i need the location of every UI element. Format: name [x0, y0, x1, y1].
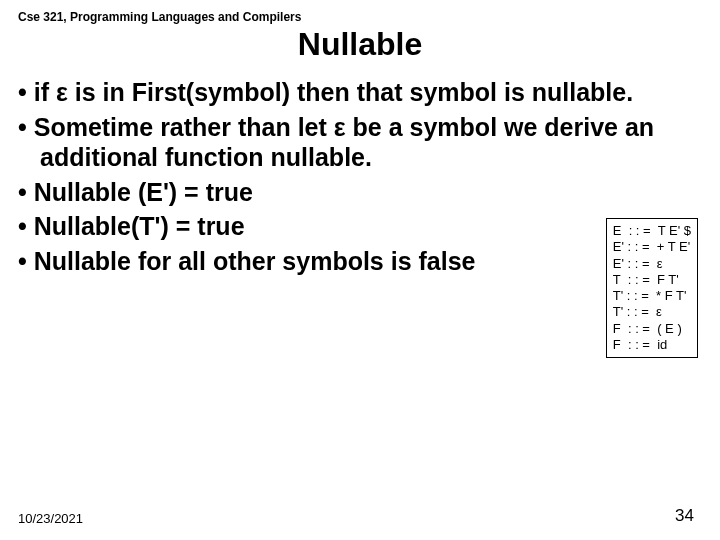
footer-date: 10/23/2021: [18, 511, 83, 526]
bullet-item: Nullable(T') = true: [18, 211, 702, 242]
bullet-item: Nullable for all other symbols is false: [18, 246, 702, 277]
bullet-list-b: Nullable (E') = true Nullable(T') = true…: [18, 177, 702, 277]
footer-page: 34: [675, 506, 694, 526]
bullet-item: Nullable (E') = true: [18, 177, 702, 208]
bullet-item: Sometime rather than let ε be a symbol w…: [18, 112, 702, 173]
page-title: Nullable: [18, 26, 702, 63]
slide: Cse 321, Programming Languages and Compi…: [0, 0, 720, 540]
bullet-list-a: if ε is in First(symbol) then that symbo…: [18, 77, 702, 173]
grammar-box: E : : = T E' $ E' : : = + T E' E' : : = …: [606, 218, 698, 358]
bullet-item: if ε is in First(symbol) then that symbo…: [18, 77, 702, 108]
course-label: Cse 321, Programming Languages and Compi…: [18, 10, 702, 24]
